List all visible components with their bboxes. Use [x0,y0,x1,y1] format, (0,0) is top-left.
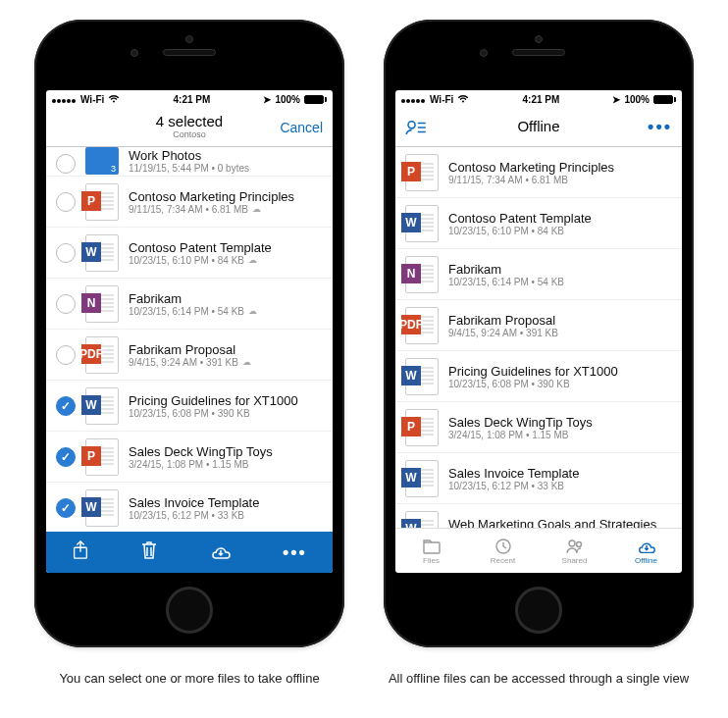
nav-subtitle: Contoso [156,130,223,140]
list-item[interactable]: NFabrikam10/23/15, 6:14 PM • 54 KB ☁ [46,279,333,330]
signal-dots-icon [401,94,426,105]
select-checkbox[interactable] [56,243,76,263]
list-item[interactable]: PContoso Marketing Principles9/11/15, 7:… [46,177,333,228]
svg-point-1 [408,121,415,128]
folder-icon: 3 [85,147,119,175]
tab-files[interactable]: Files [395,529,467,573]
file-name: Sales Deck WingTip Toys [129,444,323,459]
list-item[interactable]: PContoso Marketing Principles9/11/15, 7:… [395,147,682,198]
file-name: Web Marketing Goals and Strategies [448,517,672,529]
select-checkbox[interactable] [56,447,76,467]
file-name: Fabrikam [129,291,323,306]
file-name: Fabrikam [448,262,672,277]
caption-left: You can select one or more files to take… [59,671,319,686]
caption-right: All offline files can be accessed throug… [389,671,689,686]
tab-recent[interactable]: Recent [467,529,539,573]
select-checkbox[interactable] [56,396,76,416]
cancel-button[interactable]: Cancel [280,108,323,146]
list-item[interactable]: PDFFabrikam Proposal9/4/15, 9:24 AM • 39… [46,330,333,381]
list-item[interactable]: PSales Deck WingTip Toys3/24/15, 1:08 PM… [395,402,682,453]
tab-label: Offline [635,556,657,565]
nav-title: Offline [517,119,559,135]
phone-right: Wi-Fi 4:21 PM ➤ 100% [384,20,694,647]
battery-percent: 100% [624,94,650,105]
file-meta: 10/23/15, 6:08 PM • 390 KB [129,408,323,419]
file-meta: 10/23/15, 6:14 PM • 54 KB ☁ [129,306,323,317]
more-icon[interactable]: ••• [283,542,307,563]
svg-point-7 [569,540,575,546]
file-icon: W [405,460,439,497]
file-meta: 9/4/15, 9:24 AM • 391 KB ☁ [129,357,323,368]
delete-icon[interactable] [140,540,158,565]
phone-left: Wi-Fi 4:21 PM ➤ 100% 4 selected [34,20,344,647]
select-checkbox[interactable] [56,154,76,174]
list-item[interactable]: NFabrikam10/23/15, 6:14 PM • 54 KB [395,249,682,300]
carrier-label: Wi-Fi [430,94,453,105]
file-meta: 9/4/15, 9:24 AM • 391 KB [448,328,672,338]
select-checkbox[interactable] [56,192,76,212]
file-name: Pricing Guidelines for XT1000 [129,393,323,408]
file-name: Sales Invoice Template [129,495,323,510]
cloud-icon: ☁ [248,306,257,316]
list-item[interactable]: 3Work Photos11/19/15, 5:44 PM • 0 bytes [46,147,333,177]
battery-percent: 100% [275,94,300,105]
home-button[interactable] [515,587,562,634]
file-icon: P [405,154,439,191]
action-bar: ••• [46,532,333,573]
file-name: Contoso Marketing Principles [129,189,323,204]
status-bar: Wi-Fi 4:21 PM ➤ 100% [395,90,682,108]
file-name: Fabrikam Proposal [129,342,323,357]
list-item[interactable]: WContoso Patent Template10/23/15, 6:10 P… [395,198,682,249]
location-icon: ➤ [263,94,271,105]
list-item[interactable]: WWeb Marketing Goals and Strategies5/6/1… [395,504,682,528]
file-icon: N [85,285,119,323]
select-checkbox[interactable] [56,498,76,518]
file-name: Fabrikam Proposal [448,313,672,328]
file-meta: 10/23/15, 6:12 PM • 33 KB [129,510,323,521]
tab-label: Recent [491,556,515,565]
file-name: Work Photos [129,148,323,163]
list-item[interactable]: WPricing Guidelines for XT100010/23/15, … [46,381,333,432]
list-item[interactable]: WSales Invoice Template10/23/15, 6:12 PM… [46,483,333,532]
file-meta: 10/23/15, 6:08 PM • 390 KB [448,379,672,389]
share-icon[interactable] [72,540,89,565]
file-icon: W [85,489,119,527]
status-time: 4:21 PM [173,94,210,105]
list-item[interactable]: WPricing Guidelines for XT100010/23/15, … [395,351,682,402]
nav-bar: 4 selected Contoso Cancel [46,108,333,147]
file-name: Sales Invoice Template [448,466,672,481]
list-item[interactable]: WContoso Patent Template10/23/15, 6:10 P… [46,228,333,279]
location-icon: ➤ [612,94,620,105]
list-item[interactable]: WSales Invoice Template10/23/15, 6:12 PM… [395,453,682,504]
file-list[interactable]: 3Work Photos11/19/15, 5:44 PM • 0 bytesP… [46,147,333,532]
list-item[interactable]: PDFFabrikam Proposal9/4/15, 9:24 AM • 39… [395,300,682,351]
accounts-button[interactable] [405,108,427,146]
offline-icon[interactable] [210,541,232,564]
file-meta: 9/11/15, 7:34 AM • 6.81 MB [448,175,672,185]
nav-title: 4 selected [156,114,223,130]
list-item[interactable]: PSales Deck WingTip Toys3/24/15, 1:08 PM… [46,432,333,483]
cloud-icon: ☁ [248,255,257,265]
file-list[interactable]: PContoso Marketing Principles9/11/15, 7:… [395,147,682,528]
file-icon: P [85,438,119,476]
select-checkbox[interactable] [56,345,76,365]
tab-label: Files [423,556,440,565]
file-icon: W [405,205,439,242]
home-button[interactable] [166,587,213,634]
file-icon: PDF [405,307,439,344]
file-name: Contoso Patent Template [448,211,672,226]
more-button[interactable]: ••• [648,108,672,146]
file-meta: 3/24/15, 1:08 PM • 1.15 MB [448,430,672,440]
file-icon: P [405,409,439,446]
file-icon: W [85,234,119,272]
wifi-icon [108,94,120,105]
wifi-icon [457,94,469,105]
file-icon: W [85,387,119,425]
file-meta: 10/23/15, 6:14 PM • 54 KB [448,277,672,287]
cloud-icon: ☁ [252,204,261,214]
cloud-icon: ☁ [242,357,251,367]
file-meta: 3/24/15, 1:08 PM • 1.15 MB [129,459,323,470]
select-checkbox[interactable] [56,294,76,314]
tab-offline[interactable]: Offline [610,529,682,573]
tab-shared[interactable]: Shared [539,529,610,573]
